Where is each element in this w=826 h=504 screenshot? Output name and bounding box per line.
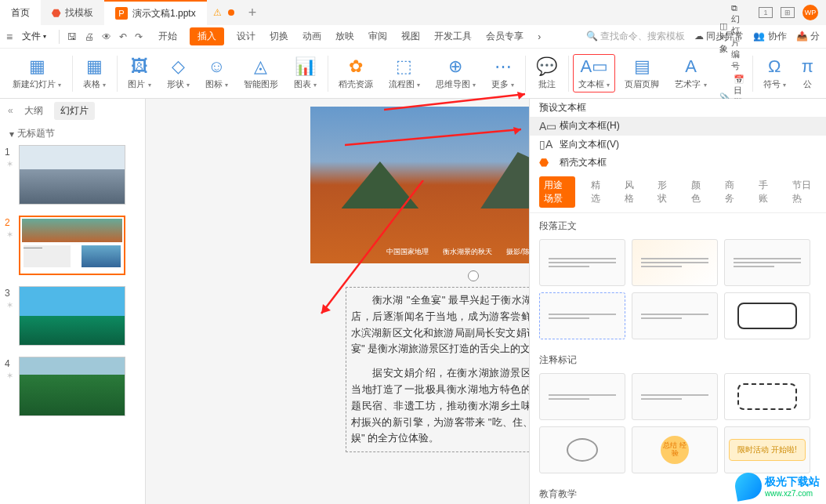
filter-journal[interactable]: 手账	[754, 176, 777, 208]
slide-number-icon[interactable]: ⧉ 幻灯片编号	[731, 3, 744, 72]
save-icon[interactable]: 🖫	[67, 31, 77, 42]
preview-icon[interactable]: 👁	[102, 31, 111, 42]
menurow-right: 🔍 查找命令、搜索模板 ☁ 同步异常 👥 协作 📤 分	[586, 30, 820, 43]
print-icon[interactable]: 🖨	[85, 31, 94, 42]
template-card[interactable]	[724, 292, 810, 339]
body: « 大纲 幻灯片 ▾ 无标题节 1✶ 2✶ ▬▬▬▬▬▬ 3✶	[0, 99, 826, 504]
user-avatar[interactable]: WP	[802, 5, 818, 20]
tab-design[interactable]: 设计	[235, 28, 257, 45]
template-card[interactable]	[539, 292, 625, 339]
window-layout-grid-icon[interactable]: ⊞	[781, 7, 795, 18]
tab-start[interactable]: 开始	[157, 28, 179, 45]
filter-style[interactable]: 风格	[620, 176, 643, 208]
formula-button[interactable]: π公	[795, 55, 820, 92]
docer-textbox-item[interactable]: ⬣稻壳文本框	[530, 154, 826, 172]
preset-textbox-item[interactable]: 预设文本框	[530, 99, 826, 117]
symbol-button[interactable]: Ω符号 ▾	[757, 55, 792, 92]
slide-canvas[interactable]: 中国国家地理 衡水湖景的秋天 摄影/陈小波 衡水湖 "全鱼宴" 最早兴起于衡水湖…	[146, 99, 529, 504]
textbox-selected[interactable]: 衡水湖 "全鱼宴" 最早兴起于衡水湖周边渔村小饭店，后逐渐闻名于当地，成为游客尝…	[346, 287, 529, 452]
template-card[interactable]	[632, 292, 718, 339]
search-box[interactable]: 🔍 查找命令、搜索模板	[586, 30, 685, 43]
ribbon: ▦新建幻灯片 ▾ ▦表格 ▾ 🖼图片 ▾ ◇形状 ▾ ☺图标 ▾ ◬智能图形 📊…	[0, 49, 826, 99]
textbox-dropdown-panel: 预设文本框 A▭横向文本框(H) ▯A竖向文本框(V) ⬣稻壳文本框 用途场景 …	[529, 99, 826, 504]
icon-button[interactable]: ☺图标 ▾	[199, 55, 234, 92]
rotate-handle[interactable]	[468, 270, 479, 281]
template-card[interactable]: 总结 经验	[632, 426, 718, 473]
tab-slideshow[interactable]: 放映	[334, 28, 356, 45]
new-tab-button[interactable]: +	[248, 5, 257, 21]
tab-insert[interactable]: 插入	[190, 27, 224, 45]
chart-button[interactable]: 📊图表 ▾	[288, 55, 323, 92]
horizontal-textbox-item[interactable]: A▭横向文本框(H)	[530, 117, 826, 135]
textbox-button[interactable]: A▭文本框 ▾	[573, 54, 615, 92]
picture-button[interactable]: 🖼图片 ▾	[121, 55, 157, 92]
thumb-3[interactable]: 3✶	[5, 286, 140, 346]
ribbon-tabs: 开始 插入 设计 切换 动画 放映 审阅 视图 开发工具 会员专享 ›	[157, 27, 542, 45]
menu-icon[interactable]: ≡	[6, 31, 13, 43]
tab-label: 找模板	[65, 6, 93, 20]
thumb-2[interactable]: 2✶ ▬▬▬▬▬▬	[5, 216, 140, 275]
title-bar: 首页 ⬣ 找模板 P 演示文稿1.pptx ⚠ + 1 ⊞ WP	[0, 0, 826, 25]
window-layout-1-icon[interactable]: 1	[759, 7, 773, 18]
outline-tab[interactable]: 大纲	[18, 102, 49, 120]
template-card[interactable]	[632, 373, 718, 420]
file-menu[interactable]: 文件▾	[17, 30, 51, 43]
tab-document[interactable]: P 演示文稿1.pptx	[104, 0, 207, 25]
vertical-textbox-icon: ▯A	[539, 138, 552, 150]
new-slide-button[interactable]: ▦新建幻灯片 ▾	[6, 55, 67, 92]
template-card[interactable]	[724, 373, 810, 420]
tab-review[interactable]: 审阅	[367, 28, 389, 45]
unsaved-dot	[228, 9, 234, 16]
docer-icon: ⬣	[539, 156, 552, 169]
horizontal-textbox-icon: A▭	[539, 120, 552, 132]
paragraph-1: 衡水湖 "全鱼宴" 最早兴起于衡水湖周边渔村小饭店，后逐渐闻名于当地，成为游客尝…	[351, 292, 529, 357]
smartart-button[interactable]: ◬智能图形	[237, 55, 284, 92]
tab-member[interactable]: 会员专享	[484, 28, 525, 45]
filter-featured[interactable]: 精选	[586, 176, 609, 208]
wordart-button[interactable]: A艺术字 ▾	[668, 55, 712, 92]
tab-animation[interactable]: 动画	[301, 28, 323, 45]
tab-home[interactable]: 首页	[0, 0, 41, 25]
quick-access-toolbar: 🖫 🖨 👁 ↶ ↷	[67, 31, 143, 42]
ppt-icon: P	[115, 7, 128, 20]
table-button[interactable]: ▦表格 ▾	[77, 55, 112, 92]
flowchart-button[interactable]: ⬚流程图 ▾	[382, 55, 426, 92]
collapse-icon[interactable]: «	[8, 105, 13, 116]
resource-button[interactable]: ✿稻壳资源	[332, 55, 379, 92]
redo-icon[interactable]: ↷	[135, 31, 143, 42]
coop-button[interactable]: 👥 协作	[753, 30, 786, 43]
tab-view[interactable]: 视图	[400, 28, 422, 45]
section-header[interactable]: ▾ 无标题节	[0, 122, 145, 145]
watermark: 极光下载站 www.xz7.com	[735, 473, 820, 499]
slides-tab[interactable]: 幻灯片	[54, 102, 95, 120]
vertical-textbox-item[interactable]: ▯A竖向文本框(V)	[530, 136, 826, 154]
template-card[interactable]	[539, 426, 625, 473]
filter-business[interactable]: 商务	[720, 176, 743, 208]
more-button[interactable]: ⋯更多 ▾	[485, 55, 520, 92]
template-card[interactable]	[632, 239, 718, 286]
shape-button[interactable]: ◇形状 ▾	[161, 55, 196, 92]
mindmap-button[interactable]: ⊕思维导图 ▾	[429, 55, 482, 92]
filter-usage[interactable]: 用途场景	[539, 176, 575, 208]
filter-shape[interactable]: 形状	[653, 176, 676, 208]
filter-festival[interactable]: 节日热	[788, 176, 817, 208]
slide-photo[interactable]: 中国国家地理 衡水湖景的秋天 摄影/陈小波	[310, 107, 529, 263]
template-card[interactable]	[539, 239, 625, 286]
template-card[interactable]	[724, 239, 810, 286]
comment-button[interactable]: 💬批注	[530, 55, 563, 92]
slide: 中国国家地理 衡水湖景的秋天 摄影/陈小波 衡水湖 "全鱼宴" 最早兴起于衡水湖…	[310, 107, 529, 504]
share-button[interactable]: 📤 分	[796, 30, 820, 43]
thumb-4[interactable]: 4✶	[5, 357, 140, 416]
tab-more[interactable]: ›	[536, 30, 542, 44]
template-card[interactable]	[539, 373, 625, 420]
tab-transition[interactable]: 切换	[268, 28, 290, 45]
template-card[interactable]: 限时活动 开始啦!	[724, 426, 810, 473]
undo-icon[interactable]: ↶	[119, 31, 127, 42]
thumb-1[interactable]: 1✶	[5, 145, 140, 205]
warning-icon[interactable]: ⚠	[213, 7, 222, 18]
header-footer-button[interactable]: ▤页眉页脚	[618, 55, 665, 92]
object-icon[interactable]: ◫ 对象	[719, 21, 728, 55]
filter-color[interactable]: 颜色	[687, 176, 709, 208]
tab-find-template[interactable]: ⬣ 找模板	[41, 0, 104, 25]
tab-developer[interactable]: 开发工具	[433, 28, 473, 45]
